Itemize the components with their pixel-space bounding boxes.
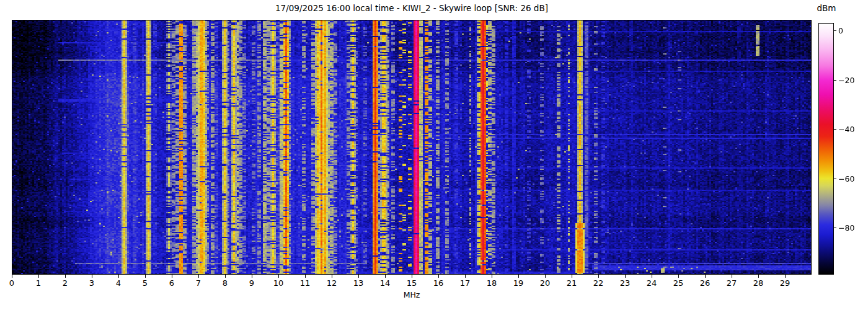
x-tick-mark (652, 275, 652, 278)
x-axis-label: MHz (12, 290, 812, 299)
x-tick-label: 5 (143, 278, 148, 288)
spectrogram-heatmap (12, 20, 812, 275)
x-tick-mark (758, 275, 759, 278)
colorbar-title: dBm (808, 3, 845, 13)
x-tick-mark (172, 275, 172, 278)
x-tick-label: 3 (89, 278, 94, 288)
colorbar-tick-mark (834, 30, 836, 31)
x-tick-label: 23 (620, 278, 631, 288)
x-tick-label: 0 (9, 278, 14, 288)
colorbar-tick-label: −20 (838, 75, 854, 84)
x-tick-label: 1 (36, 278, 41, 288)
x-tick-label: 21 (567, 278, 577, 288)
x-tick-mark (332, 275, 332, 278)
x-tick-label: 20 (540, 278, 551, 288)
colorbar (818, 23, 834, 275)
x-tick-label: 29 (780, 278, 790, 288)
x-tick-mark (678, 275, 679, 278)
colorbar-tick-label: −60 (838, 174, 854, 183)
x-tick-mark (305, 275, 306, 278)
x-tick-label: 18 (487, 278, 497, 288)
x-tick-label: 26 (700, 278, 711, 288)
x-tick-mark (545, 275, 546, 278)
x-tick-label: 16 (433, 278, 444, 288)
colorbar-tick-mark (834, 228, 836, 228)
chart-title: 17/09/2025 16:00 local time - KIWI_2 - S… (12, 3, 812, 13)
x-tick-label: 4 (116, 278, 121, 288)
colorbar-tick-label: −80 (838, 223, 854, 232)
x-tick-mark (198, 275, 199, 278)
x-tick-mark (385, 275, 386, 278)
spectrogram-figure: 17/09/2025 16:00 local time - KIWI_2 - S… (0, 0, 868, 310)
x-tick-mark (572, 275, 572, 278)
x-tick-mark (625, 275, 626, 278)
x-tick-mark (598, 275, 599, 278)
x-tick-mark (92, 275, 92, 278)
colorbar-tick-mark (834, 129, 836, 130)
x-tick-mark (785, 275, 786, 278)
x-tick-mark (65, 275, 66, 278)
x-tick-label: 10 (273, 278, 284, 288)
x-tick-mark (225, 275, 226, 278)
x-tick-label: 13 (353, 278, 364, 288)
colorbar-tick-label: −40 (838, 125, 854, 134)
x-tick-mark (518, 275, 519, 278)
x-tick-label: 28 (753, 278, 764, 288)
x-tick-mark (12, 275, 12, 278)
x-tick-mark (732, 275, 732, 278)
x-tick-mark (412, 275, 412, 278)
colorbar-tick-mark (834, 80, 836, 81)
x-tick-mark (145, 275, 146, 278)
x-tick-mark (38, 275, 39, 278)
x-tick-label: 12 (327, 278, 337, 288)
x-tick-label: 27 (727, 278, 737, 288)
x-tick-label: 11 (300, 278, 311, 288)
x-tick-label: 8 (223, 278, 228, 288)
x-tick-label: 14 (380, 278, 391, 288)
x-tick-label: 9 (249, 278, 254, 288)
x-tick-label: 15 (407, 278, 417, 288)
x-tick-label: 22 (593, 278, 604, 288)
x-tick-mark (278, 275, 279, 278)
x-tick-mark (705, 275, 706, 278)
x-tick-label: 2 (63, 278, 68, 288)
x-tick-mark (438, 275, 439, 278)
x-tick-mark (252, 275, 252, 278)
x-tick-label: 7 (196, 278, 201, 288)
x-tick-mark (492, 275, 492, 278)
colorbar-tick-mark (834, 179, 836, 179)
x-tick-label: 17 (460, 278, 471, 288)
x-tick-mark (358, 275, 359, 278)
x-tick-mark (118, 275, 119, 278)
x-tick-label: 24 (647, 278, 657, 288)
x-tick-label: 25 (673, 278, 684, 288)
x-tick-mark (465, 275, 466, 278)
x-tick-label: 6 (169, 278, 174, 288)
x-tick-label: 19 (513, 278, 524, 288)
colorbar-tick-label: 0 (838, 25, 843, 35)
